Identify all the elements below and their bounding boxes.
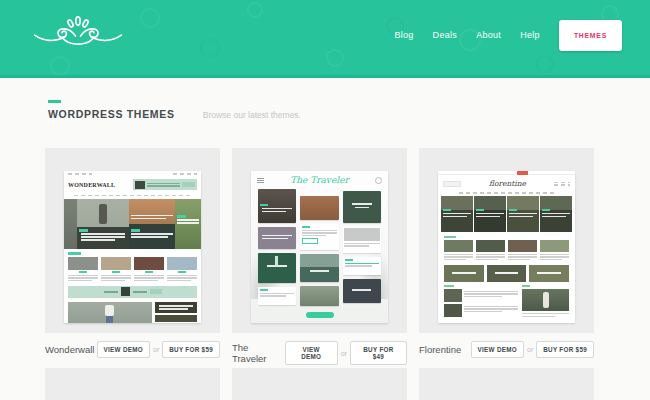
florentine-hero xyxy=(438,196,575,232)
menu-icon xyxy=(257,177,264,184)
buy-button[interactable]: BUY FOR $59 xyxy=(162,341,220,358)
wonderwall-ad-banner xyxy=(133,179,197,190)
theme-card-row2-2 xyxy=(232,368,407,400)
or-label: or xyxy=(153,346,159,353)
theme-card-traveler: The Traveler xyxy=(232,148,407,365)
view-demo-button[interactable]: VIEW DEMO xyxy=(471,341,524,358)
wonderwall-thumbnail[interactable]: WONDERWALL xyxy=(45,148,220,333)
logo-flourish-icon[interactable] xyxy=(28,10,128,62)
traveler-thumbnail[interactable]: The Traveler xyxy=(232,148,407,333)
or-label: or xyxy=(341,350,347,357)
theme-name: Wonderwall xyxy=(45,344,94,355)
theme-card-row2-1 xyxy=(45,368,220,400)
theme-card-row2-3 xyxy=(419,368,594,400)
header: Blog Deals About Help THEMES xyxy=(0,0,650,78)
nav-link-about[interactable]: About xyxy=(476,30,501,40)
theme-card-wonderwall: WONDERWALL xyxy=(45,148,220,365)
nav-link-deals[interactable]: Deals xyxy=(433,30,458,40)
wonderwall-hero xyxy=(64,199,201,249)
main-nav: Blog Deals About Help THEMES xyxy=(394,0,622,70)
social-icons xyxy=(554,181,570,187)
section-heading: WORDPRESS THEMES Browse our latest theme… xyxy=(48,108,301,120)
search-icon xyxy=(375,177,382,184)
wonderwall-article-cards xyxy=(64,256,201,284)
wonderwall-feature-photo xyxy=(68,302,152,323)
wonderwall-mid-banner xyxy=(68,286,197,298)
wonderwall-site-preview: WONDERWALL xyxy=(64,171,201,323)
section-accent-line xyxy=(48,100,61,103)
florentine-red-badge xyxy=(517,171,528,175)
theme-card-florentine: florentine xyxy=(419,148,594,365)
traveler-masonry-grid xyxy=(251,186,388,313)
wonderwall-thumb-logo: WONDERWALL xyxy=(68,182,115,188)
search-box xyxy=(443,181,461,187)
page-subtitle: Browse our latest themes. xyxy=(203,110,301,120)
themes-button[interactable]: THEMES xyxy=(559,20,622,51)
buy-button[interactable]: BUY FOR $59 xyxy=(536,341,594,358)
buy-button[interactable]: BUY FOR $49 xyxy=(350,341,407,365)
florentine-article-cards xyxy=(438,240,575,262)
load-more-pill xyxy=(306,312,334,318)
themes-grid: WONDERWALL xyxy=(45,148,594,365)
row2-thumbnail-2[interactable] xyxy=(232,368,407,400)
page: Blog Deals About Help THEMES WORDPRESS T… xyxy=(0,0,650,400)
nav-link-help[interactable]: Help xyxy=(520,30,540,40)
florentine-category-tiles xyxy=(438,262,575,282)
florentine-latest-column xyxy=(444,285,518,319)
theme-name: The Traveler xyxy=(232,342,285,364)
traveler-thumb-logo: The Traveler xyxy=(290,175,349,185)
themes-grid-row2 xyxy=(45,368,594,400)
page-title: WORDPRESS THEMES xyxy=(48,108,175,120)
florentine-thumbnail[interactable]: florentine xyxy=(419,148,594,333)
row2-thumbnail-1[interactable] xyxy=(45,368,220,400)
nav-link-blog[interactable]: Blog xyxy=(394,30,413,40)
view-demo-button[interactable]: VIEW DEMO xyxy=(97,341,150,358)
florentine-about-column xyxy=(522,285,569,319)
or-label: or xyxy=(527,346,533,353)
view-demo-button[interactable]: VIEW DEMO xyxy=(285,341,338,365)
florentine-thumb-logo: florentine xyxy=(489,179,526,188)
florentine-site-preview: florentine xyxy=(438,171,575,323)
row2-thumbnail-3[interactable] xyxy=(419,368,594,400)
theme-name: Florentine xyxy=(419,344,461,355)
traveler-site-preview: The Traveler xyxy=(251,171,388,323)
